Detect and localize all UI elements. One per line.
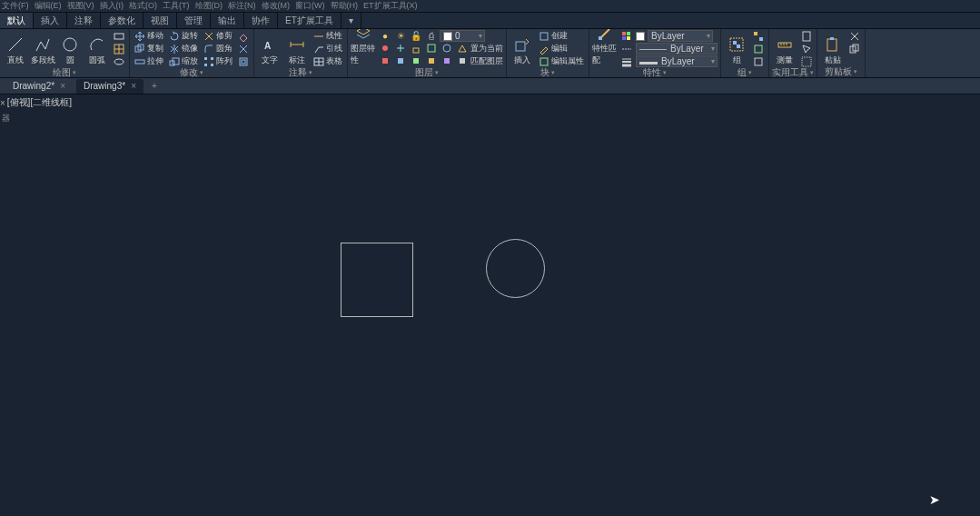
close-icon[interactable]: × xyxy=(60,81,65,91)
polyline-button[interactable]: 多段线 xyxy=(30,30,55,66)
explode-icon[interactable] xyxy=(236,43,251,55)
layer-state-icon[interactable] xyxy=(440,55,454,67)
set-current-label[interactable]: 置为当前 xyxy=(470,43,503,55)
edit-block-button[interactable]: 编辑 xyxy=(537,43,586,55)
ribbon-tab-more[interactable]: ▾ xyxy=(342,13,361,28)
layer-match-icon[interactable] xyxy=(424,43,439,55)
leader-button[interactable]: 引线 xyxy=(312,43,344,55)
ribbon-tab-et[interactable]: ET扩展工具 xyxy=(278,13,342,28)
circle-button[interactable]: 圆 xyxy=(57,30,83,66)
menu-edit[interactable]: 编辑(E) xyxy=(35,0,62,12)
chevron-down-icon[interactable]: ▾ xyxy=(551,69,555,76)
menu-file[interactable]: 文件(F) xyxy=(2,0,29,12)
color-select[interactable]: ByLayer xyxy=(648,30,713,42)
erase-icon[interactable] xyxy=(236,30,251,42)
linetype-select[interactable]: ———ByLayer xyxy=(636,43,718,55)
fillet-button[interactable]: 圆角 xyxy=(202,43,234,55)
lock-icon[interactable] xyxy=(409,43,423,55)
drawn-circle[interactable] xyxy=(486,239,545,298)
menu-tools[interactable]: 工具(T) xyxy=(163,0,190,12)
chevron-down-icon[interactable]: ▾ xyxy=(435,69,439,76)
insert-block-button[interactable]: 插入 xyxy=(510,30,535,66)
menu-draw[interactable]: 绘图(D) xyxy=(195,0,223,12)
stretch-button[interactable]: 拉伸 xyxy=(133,55,165,67)
chevron-down-icon[interactable]: ▾ xyxy=(663,69,667,76)
lightbulb-icon[interactable]: ● xyxy=(378,30,392,42)
menu-view[interactable]: 视图(V) xyxy=(67,0,94,12)
table-button[interactable]: 表格 xyxy=(312,55,344,67)
cut-icon[interactable] xyxy=(847,30,862,42)
sun-icon[interactable]: ☀ xyxy=(393,30,408,42)
chevron-down-icon[interactable]: ▾ xyxy=(73,69,76,76)
chevron-down-icon[interactable]: ▾ xyxy=(309,69,312,76)
menu-modify[interactable]: 修改(M) xyxy=(262,0,291,12)
menu-help[interactable]: 帮助(H) xyxy=(331,0,359,12)
drawn-rectangle[interactable] xyxy=(341,243,413,317)
freeze-icon[interactable] xyxy=(393,43,408,55)
doctab-drawing3[interactable]: Drawing3*× xyxy=(76,79,144,94)
mirror-button[interactable]: 镜像 xyxy=(167,43,200,55)
chevron-down-icon[interactable]: ▾ xyxy=(810,69,814,76)
copy-clip-icon[interactable] xyxy=(847,43,862,55)
ribbon-tab-manage[interactable]: 管理 xyxy=(177,13,211,28)
hatch-icon[interactable] xyxy=(112,43,126,55)
menu-window[interactable]: 窗口(W) xyxy=(295,0,325,12)
linear-dim-button[interactable]: 线性 xyxy=(312,30,344,42)
unlock-icon[interactable]: 🔓 xyxy=(409,30,423,42)
viewport-title[interactable]: [俯视][二维线框] xyxy=(7,96,72,109)
match-layer-label[interactable]: 匹配图层 xyxy=(470,55,503,67)
select-icon[interactable] xyxy=(799,43,814,55)
dim-button[interactable]: 标注 xyxy=(284,30,310,66)
line-button[interactable]: 直线 xyxy=(3,30,28,66)
ribbon-tab-view[interactable]: 视图 xyxy=(144,13,177,28)
rotate-button[interactable]: 旋转 xyxy=(167,30,200,42)
menu-dim[interactable]: 标注(N) xyxy=(228,0,256,12)
move-button[interactable]: 移动 xyxy=(133,30,165,42)
ungroup-icon[interactable] xyxy=(751,30,766,42)
menu-format[interactable]: 格式(O) xyxy=(129,0,157,12)
layer-prop-button[interactable]: 图层特性 xyxy=(351,30,376,66)
lineweight-icon[interactable] xyxy=(619,55,634,67)
menu-et[interactable]: ET扩展工具(X) xyxy=(363,0,418,12)
ellipse-icon[interactable] xyxy=(112,55,126,67)
layer-curr-icon[interactable] xyxy=(455,43,470,55)
group-sel-icon[interactable] xyxy=(751,55,766,67)
copy-button[interactable]: 复制 xyxy=(133,43,165,55)
ribbon-tab-default[interactable]: 默认 xyxy=(0,13,34,28)
chevron-down-icon[interactable]: ▾ xyxy=(854,68,857,75)
close-icon[interactable]: × xyxy=(131,81,136,91)
print-icon[interactable]: ⎙ xyxy=(424,30,439,42)
group-button[interactable]: 组 xyxy=(724,30,749,66)
rect-icon[interactable] xyxy=(112,30,126,42)
layer-off-icon[interactable] xyxy=(378,43,392,55)
layer-combo[interactable]: 0 xyxy=(440,30,485,42)
arc-button[interactable]: 圆弧 xyxy=(84,30,110,66)
ribbon-tab-output[interactable]: 输出 xyxy=(211,13,244,28)
iso-icon[interactable] xyxy=(378,55,392,67)
new-tab-button[interactable]: + xyxy=(147,79,162,94)
ribbon-tab-param[interactable]: 参数化 xyxy=(101,13,144,28)
chevron-down-icon[interactable]: ▾ xyxy=(748,69,752,76)
ribbon-tab-collab[interactable]: 协作 xyxy=(244,13,278,28)
layer-copy-icon[interactable] xyxy=(455,55,470,67)
group-edit-icon[interactable] xyxy=(751,43,766,55)
offset-icon[interactable] xyxy=(236,55,251,67)
lineweight-select[interactable]: ▬▬ByLayer xyxy=(636,55,718,67)
ribbon-tab-annot[interactable]: 注释 xyxy=(67,13,101,28)
linetype-icon[interactable] xyxy=(619,43,634,55)
viewport-close-icon[interactable]: × xyxy=(0,98,5,108)
matchprop-button[interactable]: 特性匹配 xyxy=(592,30,618,66)
uniso-icon[interactable] xyxy=(393,55,408,67)
calc-icon[interactable] xyxy=(799,30,814,42)
text-button[interactable]: A文字 xyxy=(257,30,282,66)
viewport[interactable]: × [俯视][二维线框] 器 ➤ xyxy=(0,94,980,516)
trim-button[interactable]: 修剪 xyxy=(202,30,234,42)
array-button[interactable]: 阵列 xyxy=(202,55,234,67)
measure-button[interactable]: 测量 xyxy=(772,30,797,66)
paste-button[interactable]: 粘贴 xyxy=(820,30,846,66)
ribbon-tab-insert[interactable]: 插入 xyxy=(34,13,67,28)
create-block-button[interactable]: 创建 xyxy=(537,30,586,42)
bycolor-icon[interactable] xyxy=(619,30,634,42)
viewport-nav[interactable]: 器 xyxy=(2,113,10,124)
menu-insert[interactable]: 插入(I) xyxy=(100,0,124,12)
